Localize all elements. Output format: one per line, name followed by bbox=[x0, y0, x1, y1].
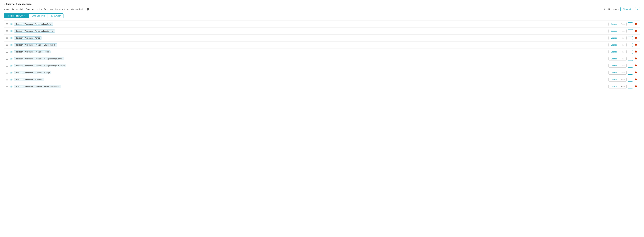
scope-tag: Tetration : Workloads : FrontEnd bbox=[14, 78, 44, 81]
fine-button[interactable]: Fine bbox=[619, 29, 626, 33]
row-delete-button[interactable] bbox=[634, 85, 638, 88]
row-delete-button[interactable] bbox=[634, 78, 638, 82]
scope-icon bbox=[10, 30, 13, 32]
fine-button[interactable]: Fine bbox=[619, 85, 626, 88]
reorder-naturally-button[interactable]: Reorder Naturally 1 bbox=[4, 14, 29, 18]
scope-tag: Tetration : Workloads : FrontEnd : Mongo… bbox=[14, 57, 64, 60]
fine-button[interactable]: Fine bbox=[619, 22, 626, 26]
fine-button[interactable]: Fine bbox=[619, 78, 626, 81]
scope-table: Tetration : Workloads : Adhoc : AdhocKaf… bbox=[4, 20, 640, 90]
trash-icon bbox=[635, 36, 637, 39]
svg-rect-18 bbox=[636, 50, 636, 51]
coarse-button[interactable]: Coarse bbox=[609, 85, 619, 88]
svg-rect-2 bbox=[636, 23, 636, 23]
svg-rect-38 bbox=[636, 85, 636, 86]
drag-handle[interactable] bbox=[6, 51, 8, 53]
show-all-button[interactable]: Show All bbox=[620, 7, 633, 11]
row-ellipsis-button[interactable]: ··· bbox=[628, 36, 633, 40]
help-icon[interactable]: ? bbox=[87, 8, 89, 10]
scope-icon bbox=[10, 23, 13, 26]
chevron-down-icon[interactable]: ▾ bbox=[4, 3, 5, 5]
row-ellipsis-button[interactable]: ··· bbox=[628, 85, 633, 88]
row-ellipsis-button[interactable]: ··· bbox=[628, 50, 633, 54]
drag-handle[interactable] bbox=[6, 72, 8, 74]
coarse-button[interactable]: Coarse bbox=[609, 43, 619, 47]
scope-tag: Tetration : Workloads : Compute : HDFS :… bbox=[14, 85, 61, 88]
svg-rect-27 bbox=[635, 65, 637, 65]
row-actions: Coarse Fine ··· bbox=[608, 22, 638, 26]
row-delete-button[interactable] bbox=[634, 71, 638, 74]
drag-handle[interactable] bbox=[6, 44, 8, 46]
coarse-button[interactable]: Coarse bbox=[609, 36, 619, 40]
coarse-button[interactable]: Coarse bbox=[609, 64, 619, 68]
drag-handle[interactable] bbox=[6, 23, 8, 25]
svg-rect-34 bbox=[636, 78, 636, 78]
scope-name: Tetration : Workloads : Adhoc : AdhocKaf… bbox=[14, 22, 607, 26]
granularity-group: Coarse Fine bbox=[608, 43, 626, 47]
coarse-button[interactable]: Coarse bbox=[609, 50, 619, 54]
coarse-button[interactable]: Coarse bbox=[609, 57, 619, 60]
fine-button[interactable]: Fine bbox=[619, 64, 626, 68]
fine-button[interactable]: Fine bbox=[619, 57, 626, 60]
drag-handle[interactable] bbox=[6, 65, 8, 66]
drag-and-drop-button[interactable]: Drag and Drop bbox=[29, 14, 48, 18]
row-ellipsis-button[interactable]: ··· bbox=[628, 43, 633, 47]
row-delete-button[interactable] bbox=[634, 22, 638, 26]
granularity-group: Coarse Fine bbox=[608, 64, 626, 68]
scope-icon bbox=[10, 50, 13, 53]
svg-rect-14 bbox=[636, 44, 636, 44]
row-ellipsis-button[interactable]: ··· bbox=[628, 22, 633, 26]
coarse-button[interactable]: Coarse bbox=[609, 22, 619, 26]
scope-tag: Tetration : Workloads : FrontEnd : Mongo bbox=[14, 71, 52, 74]
row-ellipsis-button[interactable]: ··· bbox=[628, 71, 633, 74]
row-ellipsis-button[interactable]: ··· bbox=[628, 78, 633, 82]
row-delete-button[interactable] bbox=[634, 36, 638, 40]
svg-rect-3 bbox=[635, 23, 637, 23]
svg-rect-31 bbox=[635, 72, 637, 72]
row-actions: Coarse Fine ··· bbox=[608, 85, 638, 88]
row-ellipsis-button[interactable]: ··· bbox=[628, 29, 633, 33]
section-title: External Dependencies bbox=[6, 2, 32, 5]
fine-button[interactable]: Fine bbox=[619, 71, 626, 74]
drag-handle[interactable] bbox=[6, 86, 8, 88]
row-delete-button[interactable] bbox=[634, 64, 638, 68]
row-ellipsis-button[interactable]: ··· bbox=[628, 64, 633, 68]
scope-icon bbox=[10, 58, 13, 60]
header-ellipsis-button[interactable]: ··· bbox=[635, 7, 640, 11]
scope-name: Tetration : Workloads : FrontEnd : Elast… bbox=[14, 44, 607, 46]
row-delete-button[interactable] bbox=[634, 57, 638, 61]
granularity-group: Coarse Fine bbox=[608, 85, 626, 88]
trash-icon bbox=[635, 71, 637, 74]
fine-button[interactable]: Fine bbox=[619, 36, 626, 40]
granularity-group: Coarse Fine bbox=[608, 29, 626, 33]
coarse-button[interactable]: Coarse bbox=[609, 71, 619, 74]
description-text: Manage the granularity of generated poli… bbox=[4, 8, 89, 10]
drag-handle[interactable] bbox=[6, 58, 8, 60]
svg-rect-19 bbox=[635, 51, 637, 51]
granularity-group: Coarse Fine bbox=[608, 57, 626, 61]
row-ellipsis-button[interactable]: ··· bbox=[628, 57, 633, 61]
coarse-button[interactable]: Coarse bbox=[609, 78, 619, 81]
fine-button[interactable]: Fine bbox=[619, 50, 626, 54]
drag-handle[interactable] bbox=[6, 30, 8, 32]
scope-tag: Tetration : Workloads : FrontEnd : Mongo… bbox=[14, 64, 66, 67]
row-delete-button[interactable] bbox=[634, 29, 638, 33]
row-delete-button[interactable] bbox=[634, 50, 638, 54]
hidden-scopes-label: 0 hidden scopes bbox=[604, 8, 619, 10]
table-row: Tetration : Workloads : FrontEnd : Mongo… bbox=[4, 69, 640, 76]
trash-icon bbox=[635, 22, 637, 25]
fine-button[interactable]: Fine bbox=[619, 43, 626, 47]
row-actions: Coarse Fine ··· bbox=[608, 78, 638, 82]
table-row: Tetration : Workloads : FrontEnd Coarse … bbox=[4, 76, 640, 83]
scope-name: Tetration : Workloads : FrontEnd : Redis bbox=[14, 50, 607, 54]
table-row: Tetration : Workloads : Adhoc : AdhocSer… bbox=[4, 28, 640, 34]
row-delete-button[interactable] bbox=[634, 43, 638, 47]
scope-icon bbox=[10, 64, 13, 67]
by-number-button[interactable]: By Number bbox=[48, 14, 64, 18]
coarse-button[interactable]: Coarse bbox=[609, 29, 619, 33]
scope-name: Tetration : Workloads : FrontEnd : Mongo bbox=[14, 71, 607, 74]
drag-handle[interactable] bbox=[6, 37, 8, 39]
table-row: Tetration : Workloads : FrontEnd : Mongo… bbox=[4, 62, 640, 69]
table-row: Tetration : Workloads : Adhoc Coarse Fin… bbox=[4, 34, 640, 42]
drag-handle[interactable] bbox=[6, 79, 8, 80]
